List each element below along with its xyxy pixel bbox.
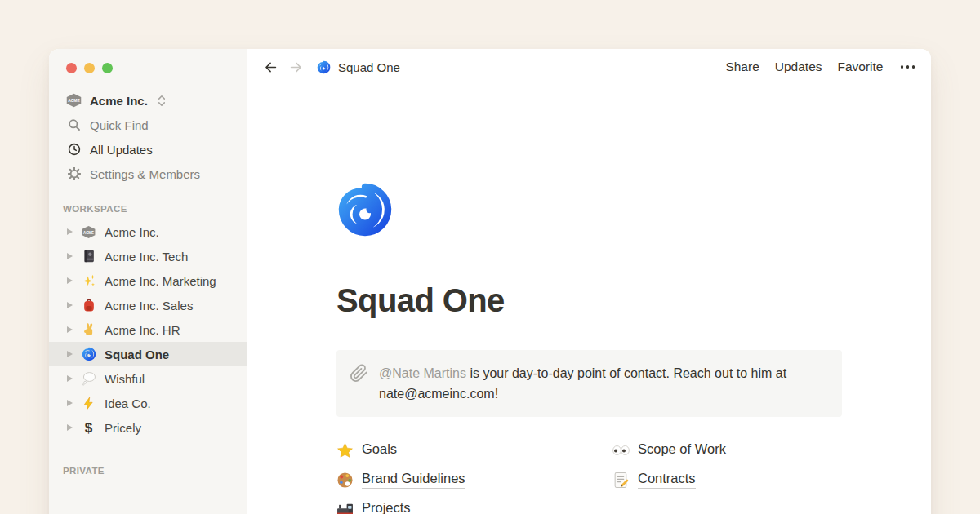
more-menu-icon[interactable] <box>899 62 917 72</box>
page-link-projects[interactable]: Projects <box>336 500 411 514</box>
sidebar-item-acme-marketing[interactable]: Acme Inc. Marketing <box>49 268 247 293</box>
notebook-icon <box>82 249 96 264</box>
forward-arrow-icon[interactable] <box>288 60 304 75</box>
sidebar-item-acme-tech[interactable]: Acme Inc. Tech <box>49 244 247 268</box>
main-content: Squad One Share Updates Favorite Squad O… <box>247 49 931 514</box>
sidebar-item-label: Wishful <box>105 372 145 386</box>
victory-hand-icon <box>82 322 96 337</box>
page-link-label: Scope of Work <box>638 441 726 459</box>
page-link-label: Goals <box>362 441 397 459</box>
star-icon <box>336 442 354 459</box>
search-icon <box>68 118 81 131</box>
window-controls <box>49 59 247 88</box>
cyclone-icon <box>317 60 331 74</box>
person-mention[interactable]: @Nate Martins <box>379 366 466 380</box>
page-link-goals[interactable]: Goals <box>336 441 397 459</box>
sidebar-item-acme-hr[interactable]: Acme Inc. HR <box>49 317 247 342</box>
sidebar-item-label: Squad One <box>105 348 169 361</box>
callout-text: @Nate Martins is your day-to-day point o… <box>379 363 797 404</box>
sparkles-icon <box>82 273 96 288</box>
sidebar-item-squad-one[interactable]: Squad One <box>49 342 247 366</box>
sidebar-section-workspace: WORKSPACE <box>49 204 247 214</box>
eyes-icon <box>612 445 630 456</box>
sidebar-item-wishful[interactable]: Wishful <box>49 366 247 391</box>
page-link-scope-of-work[interactable]: Scope of Work <box>612 441 726 459</box>
page-link-contracts[interactable]: Contracts <box>612 471 696 489</box>
sidebar-item-label: Acme Inc. Sales <box>105 299 193 312</box>
gear-icon <box>68 167 81 180</box>
breadcrumb[interactable]: Squad One <box>317 60 400 74</box>
thought-balloon-icon <box>82 371 96 386</box>
chevrons-updown-icon <box>157 94 167 108</box>
expand-toggle-icon[interactable] <box>67 302 73 308</box>
sidebar-item-all-updates[interactable]: All Updates <box>49 137 247 162</box>
palette-icon <box>336 472 354 489</box>
workspace-switcher-label: Acme Inc. <box>90 94 148 108</box>
sidebar-item-label: Acme Inc. <box>105 225 159 239</box>
expand-toggle-icon[interactable] <box>67 424 73 431</box>
sidebar-item-acme-sales[interactable]: Acme Inc. Sales <box>49 293 247 317</box>
sidebar-item-label: Idea Co. <box>105 397 151 410</box>
expand-toggle-icon[interactable] <box>67 228 73 235</box>
page-icon-cyclone[interactable] <box>336 181 394 238</box>
sidebar-section-private: PRIVATE <box>49 466 247 476</box>
cyclone-icon <box>82 347 96 361</box>
sidebar-item-label: Acme Inc. Tech <box>105 250 188 264</box>
page-link-brand-guidelines[interactable]: Brand Guidelines <box>336 471 466 489</box>
memo-icon <box>612 472 630 489</box>
backpack-icon <box>82 298 96 312</box>
zoom-window-button[interactable] <box>102 63 113 73</box>
page-title: Squad One <box>336 282 842 319</box>
sidebar-item-label: Quick Find <box>90 118 149 132</box>
share-button[interactable]: Share <box>725 60 759 74</box>
expand-toggle-icon[interactable] <box>67 277 73 284</box>
page-link-label: Brand Guidelines <box>362 471 466 489</box>
sidebar-item-label: Acme Inc. Marketing <box>105 274 216 288</box>
sidebar-item-label: Acme Inc. HR <box>105 323 180 337</box>
sidebar-item-idea-co[interactable]: Idea Co. <box>49 391 247 415</box>
close-window-button[interactable] <box>66 63 77 73</box>
favorite-button[interactable]: Favorite <box>838 60 884 74</box>
expand-toggle-icon[interactable] <box>67 253 73 259</box>
sidebar-item-pricely[interactable]: $ Pricely <box>49 415 247 440</box>
sidebar: Acme Inc. Quick Find All Updates <box>49 49 247 514</box>
workspace-switcher[interactable]: Acme Inc. <box>49 88 247 113</box>
app-window: Acme Inc. Quick Find All Updates <box>49 49 931 514</box>
page-link-label: Projects <box>362 500 411 514</box>
expand-toggle-icon[interactable] <box>67 375 73 382</box>
topbar: Squad One Share Updates Favorite <box>247 49 931 85</box>
acme-badge-icon <box>65 93 82 108</box>
acme-badge-icon <box>81 225 96 239</box>
sidebar-item-settings-members[interactable]: Settings & Members <box>49 162 247 186</box>
updates-button[interactable]: Updates <box>775 60 822 74</box>
clock-icon <box>68 143 81 156</box>
page-body: Squad One @Nate Martins is your day-to-d… <box>247 85 931 514</box>
expand-toggle-icon[interactable] <box>67 400 73 406</box>
paperclip-icon <box>350 364 368 383</box>
sidebar-item-label: All Updates <box>90 143 153 157</box>
callout-block[interactable]: @Nate Martins is your day-to-day point o… <box>336 350 842 417</box>
dollar-icon: $ <box>85 421 92 435</box>
high-voltage-icon <box>82 397 96 410</box>
sidebar-item-quick-find[interactable]: Quick Find <box>49 113 247 137</box>
minimize-window-button[interactable] <box>84 63 95 73</box>
back-arrow-icon[interactable] <box>263 60 278 75</box>
expand-toggle-icon[interactable] <box>67 351 73 357</box>
sidebar-item-acme-inc[interactable]: Acme Inc. <box>49 219 247 244</box>
page-links: Goals Scope of Work <box>336 436 842 514</box>
page-link-label: Contracts <box>638 471 696 489</box>
breadcrumb-title: Squad One <box>338 60 400 74</box>
sidebar-item-label: Settings & Members <box>90 167 200 181</box>
locomotive-icon <box>336 501 354 514</box>
sidebar-item-label: Pricely <box>105 421 141 435</box>
expand-toggle-icon[interactable] <box>67 326 73 333</box>
